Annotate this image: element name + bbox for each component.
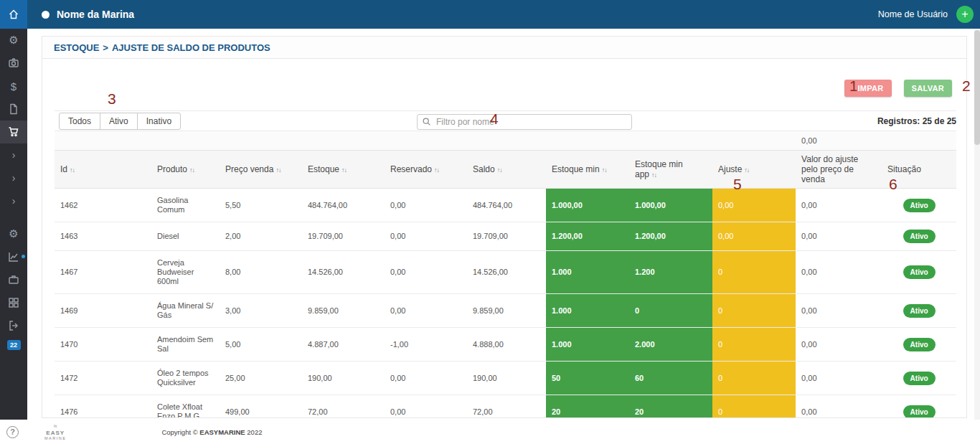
cell-situacao: Ativo <box>882 362 956 395</box>
col-header-estoque-min[interactable]: Estoque min↑↓ <box>546 151 629 189</box>
col-header-produto[interactable]: Produto↑↓ <box>151 151 220 189</box>
sort-icon: ↑↓ <box>70 166 75 174</box>
dollar-icon: $ <box>11 80 17 93</box>
col-header-ajuste[interactable]: Ajuste↑↓ <box>712 151 796 189</box>
sidebar-item-apps[interactable] <box>0 291 27 314</box>
gear-icon: ⚙ <box>9 34 18 47</box>
chevron-right-icon: › <box>12 149 16 161</box>
sidebar-item-submenu-1[interactable]: › <box>0 143 27 166</box>
ajuste-input-cell[interactable]: 0 <box>712 328 796 362</box>
cell-situacao: Ativo <box>882 395 956 419</box>
cell-reservado: 0,00 <box>385 294 467 328</box>
col-header-valor-ajuste: Valor do ajuste pelo preço de venda <box>796 151 882 189</box>
annotation-6: 6 <box>889 176 897 193</box>
tab-todos[interactable]: Todos <box>59 113 100 130</box>
cell-valor-ajuste: 0,00 <box>796 395 882 419</box>
sidebar-item-stock[interactable] <box>0 121 27 143</box>
col-label: Valor do ajuste pelo preço de venda <box>801 154 858 184</box>
sidebar-item-media[interactable] <box>0 52 27 75</box>
search-input[interactable] <box>417 114 632 130</box>
status-filter-tabs: Todos Ativo Inativo <box>59 113 181 130</box>
status-badge[interactable]: Ativo <box>903 338 936 351</box>
status-badge[interactable]: Ativo <box>903 199 936 212</box>
cell-situacao: Ativo <box>882 189 956 222</box>
records-count: Registros: 25 de 25 <box>877 116 956 126</box>
sidebar-item-submenu-2[interactable]: › <box>0 166 27 189</box>
status-badge[interactable]: Ativo <box>903 372 936 385</box>
cell-saldo: 14.526,00 <box>467 251 546 294</box>
breadcrumb: ESTOQUE > AJUSTE DE SALDO DE PRODUTOS <box>42 37 966 59</box>
col-header-saldo[interactable]: Saldo↑↓ <box>467 151 546 189</box>
ajuste-input-cell[interactable]: 0,00 <box>712 189 796 222</box>
cell-valor-ajuste: 0,00 <box>796 328 882 362</box>
totals-row: 0,00 <box>55 131 956 151</box>
help-icon[interactable]: ? <box>6 426 19 438</box>
cell-estoque-min: 20 <box>546 395 629 419</box>
cell-estoque-min-app: 1.200,00 <box>629 222 712 251</box>
col-header-estoque-min-app[interactable]: Estoque min app↑↓ <box>629 151 712 189</box>
add-button[interactable]: + <box>956 6 974 23</box>
ajuste-input-cell[interactable]: 0 <box>712 294 796 328</box>
table-row: 1472 Óleo 2 tempos Quicksilver 25,00 190… <box>55 362 956 395</box>
ajuste-input-cell[interactable]: 0 <box>712 251 796 294</box>
cell-saldo: 4.888,00 <box>467 328 546 362</box>
marina-status-dot <box>42 11 50 19</box>
plus-icon: + <box>961 9 968 20</box>
annotation-2: 2 <box>962 77 971 95</box>
sidebar-item-services[interactable] <box>0 268 27 291</box>
col-header-preco-venda[interactable]: Preço venda↑↓ <box>220 151 302 189</box>
ajuste-input-cell[interactable]: 0 <box>712 362 796 395</box>
cell-preco-venda: 25,00 <box>220 362 302 395</box>
cell-estoque-min: 50 <box>546 362 629 395</box>
sidebar-item-logout[interactable] <box>0 314 27 337</box>
salvar-button[interactable]: SALVAR <box>904 80 952 97</box>
col-label: Preço venda <box>225 164 273 174</box>
sort-icon: ↑↓ <box>189 166 194 174</box>
sidebar-item-settings[interactable]: ⚙ <box>0 29 27 52</box>
cell-preco-venda: 3,00 <box>220 294 302 328</box>
logo-line1: EASY <box>46 430 65 437</box>
page-scrollbar <box>974 29 980 420</box>
cell-produto: Gasolina Comum <box>151 189 220 222</box>
status-badge[interactable]: Ativo <box>903 265 936 279</box>
cell-id: 1462 <box>55 189 151 222</box>
col-header-reservado[interactable]: Reservado↑↓ <box>385 151 467 189</box>
sidebar-item-documents[interactable] <box>0 98 27 121</box>
cell-reservado: 0,00 <box>385 189 467 222</box>
cell-produto: Diesel <box>151 222 220 251</box>
home-icon <box>8 9 19 20</box>
tab-inativo[interactable]: Inativo <box>137 113 181 130</box>
sidebar-item-home[interactable] <box>0 0 27 29</box>
cell-situacao: Ativo <box>882 251 956 294</box>
user-menu[interactable]: Nome de Usuário <box>878 9 948 19</box>
sidebar-item-config[interactable]: ⚙ <box>0 222 27 245</box>
marina-name: Nome da Marina <box>57 9 134 20</box>
ajuste-input-cell[interactable]: 0,00 <box>712 222 796 251</box>
camera-icon <box>8 57 19 69</box>
status-badge[interactable]: Ativo <box>903 304 936 318</box>
copyright-text: Copyright © EASYMARINE 2022 <box>161 428 262 436</box>
sidebar-count-badge[interactable]: 22 <box>7 340 21 350</box>
cell-estoque: 19.709,00 <box>302 222 385 251</box>
col-header-estoque[interactable]: Estoque↑↓ <box>302 151 385 189</box>
sidebar-item-finance[interactable]: $ <box>0 75 27 98</box>
sidebar-item-submenu-3[interactable]: › <box>0 189 27 212</box>
status-badge[interactable]: Ativo <box>903 230 936 243</box>
products-table: 0,00 Id↑↓ Produto↑↓ Preço venda↑↓ Estoqu… <box>55 131 956 418</box>
header-row: Id↑↓ Produto↑↓ Preço venda↑↓ Estoque↑↓ R… <box>55 151 956 189</box>
totals-spacer-end <box>882 131 956 151</box>
briefcase-icon <box>8 274 19 285</box>
cell-produto: Amendoim Sem Sal <box>151 328 220 362</box>
cell-valor-ajuste: 0,00 <box>796 294 882 328</box>
scrollbar-thumb[interactable] <box>974 30 980 145</box>
cell-preco-venda: 8,00 <box>220 251 302 294</box>
sidebar-item-reports[interactable] <box>0 245 27 268</box>
col-label: Estoque min <box>552 164 600 174</box>
tab-ativo[interactable]: Ativo <box>100 113 138 130</box>
cell-estoque-min-app: 1.200 <box>629 251 712 294</box>
col-header-id[interactable]: Id↑↓ <box>55 151 151 189</box>
ajuste-input-cell[interactable]: 0 <box>712 395 796 419</box>
cell-estoque-min-app: 20 <box>629 395 712 419</box>
status-badge[interactable]: Ativo <box>903 405 936 419</box>
cell-situacao: Ativo <box>882 222 956 251</box>
